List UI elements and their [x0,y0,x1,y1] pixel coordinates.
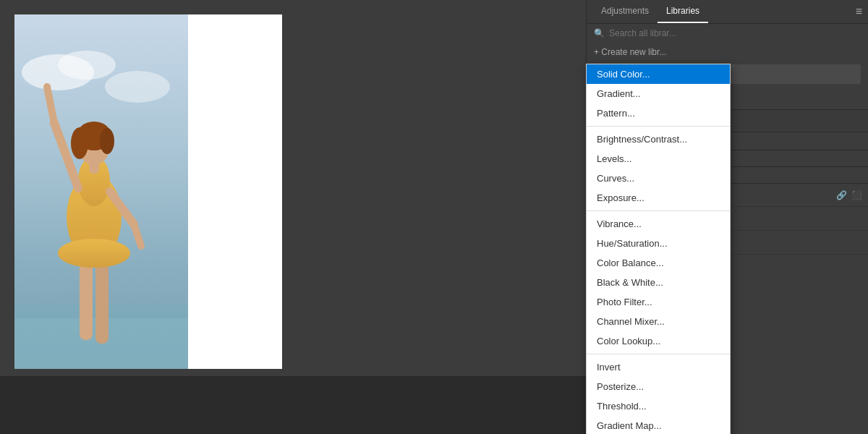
canvas-area [0,0,586,434]
dropdown-item-gradient[interactable]: Gradient... [587,84,730,103]
dropdown-item-exposure[interactable]: Exposure... [587,188,730,208]
dropdown-item-threshold[interactable]: Threshold... [587,396,730,416]
svg-point-9 [58,239,130,268]
svg-point-3 [105,71,170,103]
dropdown-item-curves[interactable]: Curves... [587,169,730,188]
woman-svg [14,14,188,369]
dropdown-item-solid-color[interactable]: Solid Color... [587,64,730,84]
filmstrip [0,376,586,434]
search-icon: 🔍 [594,28,605,38]
canvas-white-area [188,14,282,369]
libraries-tab[interactable]: Libraries [658,0,708,23]
app-container: Adjustments Libraries ≡ 🔍 + Create new l… [0,0,868,434]
svg-point-2 [58,51,116,80]
layer-link-icon: 🔗 [836,190,847,200]
dropdown-item-invert[interactable]: Invert [587,357,730,377]
dropdown-item-photo-filter[interactable]: Photo Filter... [587,292,730,312]
dropdown-item-brightness[interactable]: Brightness/Contrast... [587,129,730,149]
panel-tabs-bar: Adjustments Libraries ≡ [587,0,868,24]
dropdown-divider-3 [587,354,730,354]
dropdown-item-pattern[interactable]: Pattern... [587,103,730,123]
layer-mask-icon: ⬛ [851,190,862,200]
panel-menu-icon[interactable]: ≡ [856,5,862,18]
dropdown-item-gradient-map[interactable]: Gradient Map... [587,416,730,434]
adjustments-tab[interactable]: Adjustments [592,0,658,23]
svg-point-15 [100,128,114,154]
dropdown-divider-2 [587,210,730,211]
dropdown-item-hue-sat[interactable]: Hue/Saturation... [587,234,730,253]
search-bar: 🔍 [587,24,868,43]
svg-point-14 [71,127,88,159]
dropdown-item-channel-mixer[interactable]: Channel Mixer... [587,312,730,331]
dropdown-divider-1 [587,126,730,127]
dropdown-item-posterize[interactable]: Posterize... [587,377,730,396]
create-library-button[interactable]: + Create new libr... [587,43,868,61]
dropdown-item-levels[interactable]: Levels... [587,149,730,169]
canvas-photo [14,14,188,369]
canvas-document [14,14,282,369]
dropdown-item-bw[interactable]: Black & White... [587,273,730,292]
dropdown-item-color-lookup[interactable]: Color Lookup... [587,331,730,351]
search-input[interactable] [609,28,861,38]
dropdown-item-color-balance[interactable]: Color Balance... [587,253,730,273]
dropdown-item-vibrance[interactable]: Vibrance... [587,214,730,234]
dropdown-menu: Solid Color... Gradient... Pattern... Br… [586,64,731,434]
